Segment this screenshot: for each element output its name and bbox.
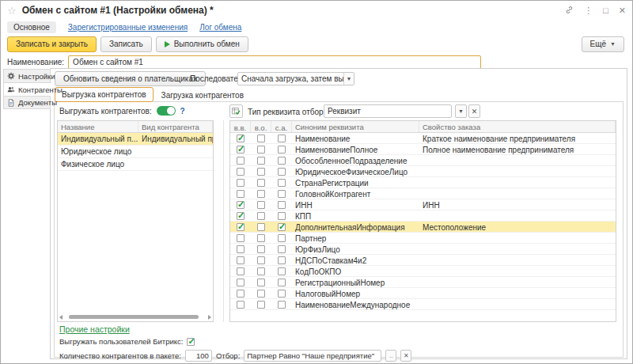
table-row[interactable]: Физическое лицо <box>58 158 213 171</box>
sidebar-item-gear[interactable]: Настройки <box>3 69 51 82</box>
vo-checkbox[interactable] <box>257 234 265 242</box>
vo-checkbox[interactable] <box>257 201 265 209</box>
sub-tab[interactable]: Загрузка контрагентов <box>155 89 250 102</box>
table-row[interactable]: ИННИНН <box>230 199 616 210</box>
sa-checkbox[interactable] <box>278 223 286 231</box>
vv-checkbox[interactable] <box>237 245 244 253</box>
sidebar-item-document[interactable]: Документы <box>3 96 51 109</box>
sa-checkbox[interactable] <box>278 212 286 220</box>
table-row[interactable]: НаименованиеКраткое наименование предпри… <box>230 133 616 144</box>
table-row[interactable]: ОбособленноеПодразделение <box>230 155 616 166</box>
vv-checkbox[interactable] <box>237 135 244 142</box>
column-header[interactable]: с.а. <box>271 121 292 132</box>
export-toggle[interactable] <box>157 106 176 116</box>
vv-checkbox[interactable] <box>237 290 244 298</box>
sidebar-item-users[interactable]: Контрагенты <box>3 82 51 96</box>
horizontal-scrollbar[interactable] <box>59 314 211 320</box>
scroll-right-icon[interactable] <box>208 315 211 320</box>
vo-checkbox[interactable] <box>257 168 265 176</box>
scrollbar-track[interactable] <box>64 315 207 319</box>
maximize-icon[interactable]: □ <box>603 6 608 15</box>
name-input[interactable] <box>68 55 481 69</box>
save-button[interactable]: Записать <box>100 36 152 52</box>
table-row[interactable]: ЮридическоеФизическоеЛицо <box>230 166 616 177</box>
close-icon[interactable]: ✕ <box>619 6 626 15</box>
choose-icon[interactable]: .. <box>385 350 396 362</box>
table-row[interactable]: ГоловнойКонтрагент <box>230 188 616 199</box>
vo-checkbox[interactable] <box>257 256 265 264</box>
favorite-star-icon[interactable]: ☆ <box>7 6 17 16</box>
table-row[interactable]: КодПоОКПО <box>230 266 616 277</box>
vo-checkbox[interactable] <box>257 212 265 220</box>
vo-checkbox[interactable] <box>257 135 265 142</box>
vo-checkbox[interactable] <box>257 146 265 154</box>
vv-checkbox[interactable] <box>237 157 244 165</box>
column-header-kind[interactable]: Вид контрагента <box>138 121 213 132</box>
vv-checkbox[interactable] <box>237 234 244 242</box>
vo-checkbox[interactable] <box>257 245 265 253</box>
sa-checkbox[interactable] <box>278 157 286 165</box>
save-and-close-button[interactable]: Записать и закрыть <box>7 36 97 52</box>
column-header[interactable]: в.в. <box>230 121 251 132</box>
sa-checkbox[interactable] <box>278 190 286 198</box>
link-icon[interactable] <box>565 6 574 16</box>
column-header[interactable]: в.о. <box>251 121 271 132</box>
sub-tab[interactable]: Выгрузка контрагентов <box>55 87 154 102</box>
table-row[interactable]: КПП <box>230 210 616 222</box>
vo-checkbox[interactable] <box>257 157 265 165</box>
vo-checkbox[interactable] <box>257 279 265 286</box>
table-row[interactable]: Индивидуальный п...Индивидуальный предпр… <box>58 133 213 146</box>
sa-checkbox[interactable] <box>278 301 286 309</box>
sa-checkbox[interactable] <box>278 201 286 209</box>
vo-checkbox[interactable] <box>257 301 265 309</box>
vv-checkbox[interactable] <box>237 168 244 176</box>
window-menu-icon[interactable]: ⋮ <box>584 6 593 15</box>
sa-checkbox[interactable] <box>278 179 286 187</box>
attribute-table-settings-button[interactable] <box>229 104 243 118</box>
sa-checkbox[interactable] <box>278 279 286 286</box>
export-bitrix-users-checkbox[interactable] <box>187 338 195 346</box>
filter-input[interactable] <box>244 350 381 362</box>
vv-checkbox[interactable] <box>237 201 244 209</box>
filter-type-combo[interactable]: Реквизит <box>324 104 452 118</box>
nav-tab[interactable]: Основное <box>7 21 56 33</box>
table-row[interactable]: НаименованиеМеждународное <box>230 299 616 310</box>
vv-checkbox[interactable] <box>237 190 244 198</box>
vo-checkbox[interactable] <box>257 267 265 275</box>
vv-checkbox[interactable] <box>237 146 244 154</box>
sa-checkbox[interactable] <box>278 146 286 154</box>
run-exchange-button[interactable]: Выполнить обмен <box>156 36 248 52</box>
sa-checkbox[interactable] <box>278 245 286 253</box>
vv-checkbox[interactable] <box>237 223 244 231</box>
vv-checkbox[interactable] <box>237 179 244 187</box>
vo-checkbox[interactable] <box>257 179 265 187</box>
vv-checkbox[interactable] <box>237 212 244 220</box>
scroll-left-icon[interactable] <box>59 315 63 320</box>
sequence-combo[interactable]: Сначала загрузка, затем выгрузка ▼ <box>237 72 354 85</box>
table-row[interactable]: ДополнительнаяИнформацияМестоположение <box>230 222 616 233</box>
vo-checkbox[interactable] <box>257 190 265 198</box>
table-row[interactable]: НДСПоСтавкам4и2 <box>230 255 616 266</box>
nav-tab[interactable]: Лог обмена <box>199 23 241 32</box>
vv-checkbox[interactable] <box>237 267 244 275</box>
chevron-down-icon[interactable]: ▼ <box>343 73 354 85</box>
vv-checkbox[interactable] <box>237 301 244 309</box>
more-button[interactable]: Ещё ▼ <box>582 36 624 52</box>
other-settings-link[interactable]: Прочие настройки <box>59 324 130 334</box>
nav-tab[interactable]: Зарегистрированные изменения <box>68 23 188 32</box>
column-header-name[interactable]: Название <box>58 121 138 132</box>
sa-checkbox[interactable] <box>278 234 286 242</box>
table-row[interactable]: ЮрФизЛицо <box>230 244 616 255</box>
help-link[interactable]: ? <box>180 107 185 116</box>
sa-checkbox[interactable] <box>278 290 286 298</box>
pane-divider[interactable] <box>223 120 224 322</box>
sa-checkbox[interactable] <box>278 256 286 264</box>
vo-checkbox[interactable] <box>257 290 265 298</box>
column-header[interactable]: Свойство заказа <box>419 121 616 132</box>
chevron-down-icon[interactable]: ▼ <box>455 104 467 118</box>
table-row[interactable]: Партнер <box>230 233 616 244</box>
table-row[interactable]: СтранаРегистрации <box>230 177 616 188</box>
sa-checkbox[interactable] <box>278 267 286 275</box>
table-row[interactable]: Юридическое лицо <box>58 146 213 158</box>
clear-icon[interactable]: ✕ <box>400 350 411 362</box>
